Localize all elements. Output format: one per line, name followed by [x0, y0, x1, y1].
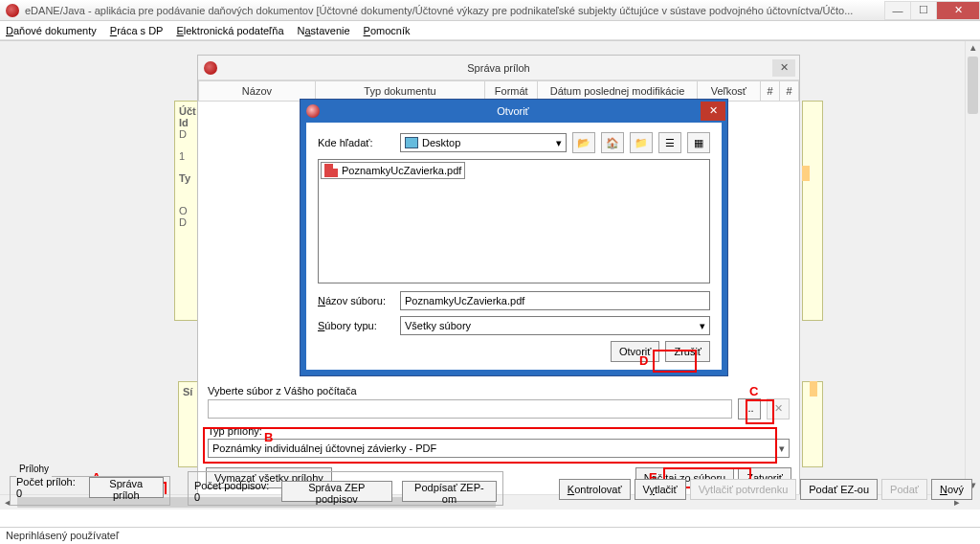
main-area: Účt Id D 1 Ty O D Sí Správa príloh ✕ Náz… — [0, 40, 980, 510]
list-view-button[interactable]: ☰ — [658, 132, 681, 153]
home-button[interactable]: 🏠 — [601, 132, 624, 153]
form-fragment — [802, 101, 823, 321]
podat-ezou-button[interactable]: Podať EZ-ou — [800, 479, 878, 500]
vytlacit-potvrdenku-button: Vytlačiť potvrdenku — [690, 479, 797, 500]
file-path-input[interactable] — [208, 399, 732, 419]
window-close-button[interactable]: ✕ — [936, 1, 980, 20]
menu-danove-dokumenty[interactable]: DDaňové dokumentyaňové dokumenty — [6, 25, 97, 36]
window-title: eDANE/Java - aplikácia pre podávanie daň… — [25, 5, 885, 16]
prilohy-legend: Prílohy — [16, 464, 52, 474]
file-item[interactable]: PoznamkyUcZavierka.pdf — [321, 162, 465, 179]
folder-up-icon: 📂 — [577, 137, 590, 149]
desktop-icon — [405, 137, 418, 148]
minimize-button[interactable]: — — [884, 1, 911, 20]
podpisat-zep-button[interactable]: Podpísať ZEP-om — [402, 481, 497, 502]
podpisy-group: Počet podpisov: 0 Správa ZEP podpisov Po… — [188, 471, 503, 506]
prilohy-group: Prílohy Počet príloh: 0 Správa príloh — [10, 471, 170, 506]
novy-button[interactable]: Nový — [931, 479, 972, 500]
list-icon: ☰ — [665, 137, 675, 149]
nazov-suboru-label: Názov súboru: — [318, 295, 394, 306]
chevron-down-icon: ▾ — [700, 320, 705, 332]
menu-praca-s-dp[interactable]: Práca s DP — [110, 25, 164, 36]
tag-b: B — [264, 430, 273, 444]
tag-c: C — [749, 384, 758, 398]
menu-elektronicka-podatelna[interactable]: Elektronická podateľňa — [176, 25, 283, 36]
pdf-icon — [324, 164, 338, 177]
up-folder-button[interactable]: 📂 — [572, 132, 595, 153]
otvorit-button[interactable]: Otvoriť — [611, 341, 659, 362]
sprava-icon — [204, 61, 217, 75]
new-folder-button[interactable]: 📁 — [630, 132, 653, 153]
filetype-combo[interactable]: Všetky súbory ▾ — [400, 316, 710, 335]
kde-hladat-label: Kde hľadať: — [318, 137, 394, 148]
menu-pomocnik[interactable]: Pomocník — [364, 25, 411, 36]
browse-button[interactable]: ... — [738, 398, 761, 419]
choose-file-label: Vyberte súbor z Vášho počítača — [208, 385, 790, 397]
open-dialog-title: Otvoriť — [325, 105, 701, 117]
scroll-up-icon[interactable]: ▴ — [966, 41, 980, 57]
location-combo[interactable]: Desktop ▾ — [400, 133, 567, 152]
filename-input[interactable] — [400, 291, 710, 310]
chevron-down-icon: ▾ — [556, 137, 562, 149]
file-name: PoznamkyUcZavierka.pdf — [342, 165, 461, 176]
kontrolovat-button[interactable]: Kontrolovať — [559, 479, 631, 500]
zrusit-button[interactable]: Zrušiť — [665, 341, 710, 362]
col-nazov[interactable]: Názov — [199, 81, 316, 102]
open-dialog-close-button[interactable]: ✕ — [701, 102, 725, 121]
form-fragment — [802, 166, 810, 181]
col-hash1[interactable]: # — [761, 81, 780, 102]
details-view-button[interactable]: ▦ — [687, 132, 710, 153]
clear-file-button[interactable]: ✕ — [767, 398, 790, 419]
title-bar: eDANE/Java - aplikácia pre podávanie daň… — [0, 0, 980, 21]
sprava-close-button[interactable]: ✕ — [772, 59, 795, 77]
chevron-down-icon: ▾ — [779, 442, 785, 455]
status-bar: Neprihlásený používateľ — [0, 527, 980, 544]
pocet-podpisov-label: Počet podpisov: 0 — [194, 480, 272, 503]
maximize-button[interactable]: ☐ — [910, 1, 937, 20]
vertical-scrollbar[interactable]: ▴ ▾ — [965, 41, 980, 494]
vytlacit-button[interactable]: Vytlačiť — [635, 479, 686, 500]
scroll-thumb[interactable] — [968, 57, 978, 114]
col-hash2[interactable]: # — [780, 81, 799, 102]
podat-button: Podať — [881, 479, 927, 500]
open-dialog-icon — [306, 104, 320, 118]
subory-typu-label: Súbory typu: — [318, 320, 394, 331]
file-list[interactable]: PoznamkyUcZavierka.pdf — [318, 159, 710, 283]
open-file-dialog: Otvoriť ✕ Kde hľadať: Desktop ▾ 📂 🏠 📁 ☰ … — [300, 99, 728, 376]
grid-icon: ▦ — [694, 137, 703, 149]
form-fragment — [810, 381, 817, 397]
typ-prilohy-value: Poznámky individuálnej účtovnej závierky… — [212, 442, 436, 454]
typ-prilohy-combo[interactable]: Poznámky individuálnej účtovnej závierky… — [208, 439, 790, 458]
sprava-zep-podpisov-button[interactable]: Správa ZEP podpisov — [281, 481, 392, 502]
folder-new-icon: 📁 — [635, 137, 648, 149]
action-bar: Kontrolovať Vytlačiť Vytlačiť potvrdenku… — [559, 479, 972, 500]
menu-nastavenie[interactable]: Nastavenie — [298, 25, 350, 36]
app-icon — [6, 4, 19, 17]
sprava-priloh-button[interactable]: Správa príloh — [89, 477, 164, 498]
sprava-title: Správa príloh — [225, 62, 772, 74]
menu-bar: DDaňové dokumentyaňové dokumenty Práca s… — [0, 21, 980, 40]
home-icon: 🏠 — [606, 137, 619, 149]
typ-prilohy-label: Typ prílohy: — [208, 425, 790, 437]
pocet-priloh-label: Počet príloh: 0 — [16, 476, 79, 499]
tag-d: D — [639, 353, 648, 368]
